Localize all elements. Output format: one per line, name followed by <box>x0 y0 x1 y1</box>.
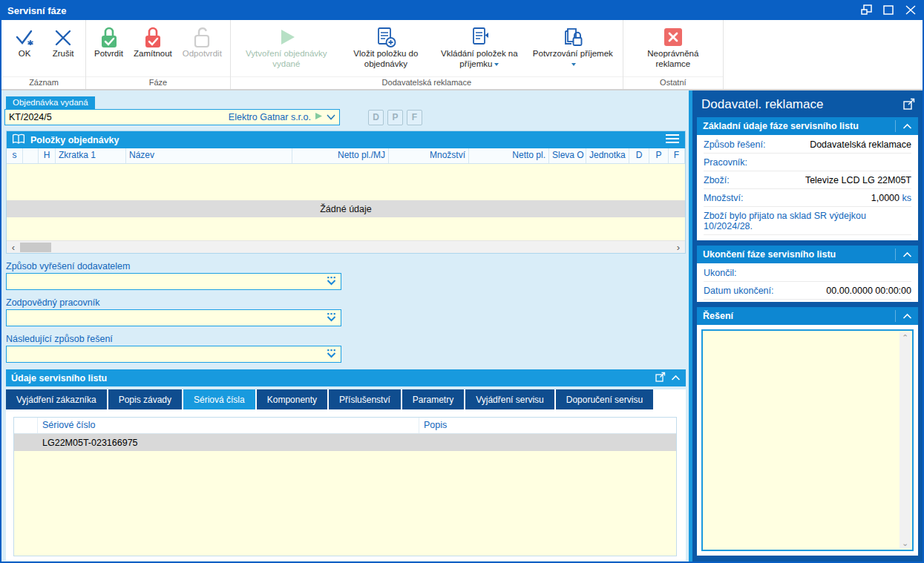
popout-icon[interactable] <box>903 98 915 112</box>
serial-table-header: Sériové číslo Popis <box>14 418 676 434</box>
combo-dropdown-icon[interactable] <box>326 349 337 360</box>
column-header[interactable]: P <box>649 148 669 163</box>
close-window-button[interactable] <box>905 6 917 16</box>
phase-finish-section-body: Ukončil: Datum ukončení: 00.00.0000 00:0… <box>697 263 918 302</box>
column-header[interactable]: Zkratka 1 <box>56 148 126 163</box>
create-issued-order-button[interactable]: Vytvoření objednávky vydané <box>234 24 339 70</box>
document-plus-icon <box>375 25 397 49</box>
flag-f-button[interactable]: F <box>407 110 422 125</box>
grid-menu-icon[interactable] <box>665 134 680 146</box>
row-value: Televize LCD LG 22M05T <box>805 175 911 185</box>
x-icon <box>53 25 73 49</box>
ok-button[interactable]: OK <box>5 24 44 61</box>
info-row: Způsob řešení: Dodavatelská reklamace <box>704 136 911 154</box>
tab-popis-zavady[interactable]: Popis závady <box>108 389 182 409</box>
vertical-scrollbar[interactable]: ⌃ ⌄ <box>900 332 911 548</box>
unconfirm-button[interactable]: Odpotvrdit <box>177 24 227 61</box>
scroll-left-icon[interactable]: ‹ <box>7 242 20 253</box>
column-header[interactable] <box>23 148 39 163</box>
tab-seriova-cisla[interactable]: Sériová čísla <box>183 389 255 409</box>
row-value: Dodavatelská reklamace <box>810 139 911 150</box>
scroll-down-icon[interactable]: ⌄ <box>902 539 908 547</box>
tab-prislusenstvi[interactable]: Příslušenství <box>329 389 401 409</box>
ribbon-group-zaznam: OK Zrušit Záznam <box>2 20 86 89</box>
tab-vyjadreni-servisu[interactable]: Vyjádření servisu <box>465 389 554 409</box>
ribbon-group-ostatni: Neoprávněná reklamce Ostatní <box>623 20 724 89</box>
order-number: KT/2024/5 <box>9 112 225 122</box>
scroll-up-icon[interactable]: ⌃ <box>902 334 908 341</box>
titlebar: Servisní fáze <box>1 1 923 20</box>
ribbon-group-label: Dodavatelská reklamace <box>231 76 623 89</box>
solution-section-header[interactable]: Řešení <box>697 307 918 325</box>
column-header[interactable]: Množství <box>389 148 469 163</box>
book-icon <box>12 134 25 147</box>
confirm-receipts-label: Potvrzování příjemek <box>531 49 615 69</box>
dropdown-caret-icon <box>494 63 499 66</box>
column-header[interactable]: Sleva O <box>549 148 586 163</box>
confirm-button[interactable]: Potvrdit <box>89 24 128 61</box>
serial-number-column-header[interactable]: Sériové číslo <box>38 418 419 433</box>
create-issued-order-label: Vytvoření objednávky vydané <box>239 49 334 69</box>
cancel-button[interactable]: Zrušit <box>44 24 82 61</box>
ribbon-group-faze: Potvrdit Zamítnout Odpotvrdit Fáze <box>86 20 231 89</box>
tab-doporuceni-servisu[interactable]: Doporučení servisu <box>556 389 653 409</box>
info-row: Zboží: Televize LCD LG 22M05T <box>704 171 911 189</box>
ribbon-group-label: Záznam <box>2 76 85 89</box>
description-column-header[interactable]: Popis <box>419 418 676 433</box>
goto-supplier-icon[interactable] <box>315 112 323 122</box>
row-label: Zboží: <box>704 175 730 185</box>
supplier-resolution-combo[interactable] <box>6 273 341 290</box>
insert-item-to-order-button[interactable]: Vložit položku do objednávky <box>339 24 433 70</box>
row-label: Datum ukončení: <box>704 286 774 296</box>
column-header[interactable]: s <box>7 148 23 163</box>
next-resolution-combo[interactable] <box>6 346 341 363</box>
lock-open-icon <box>191 25 212 49</box>
column-header[interactable]: Jednotka <box>586 148 629 163</box>
column-header[interactable]: Název <box>126 148 292 163</box>
stock-receipt-note: Zboží bylo přijato na sklad SR výdejkou … <box>704 207 911 235</box>
tab-vyjadreni-zakaznika[interactable]: Vyjádření zákazníka <box>6 389 107 409</box>
issued-order-tab: Objednávka vydaná <box>6 96 95 109</box>
phase-finish-section: Ukončení fáze servisního listu Ukončil: … <box>697 246 918 302</box>
collapse-chevron-icon[interactable] <box>671 373 681 383</box>
unauthorized-claim-button[interactable]: Neoprávněná reklamce <box>626 24 720 70</box>
solution-textarea[interactable]: ⌃ ⌄ <box>701 329 914 551</box>
scrollbar-thumb[interactable] <box>20 243 51 252</box>
combo-dropdown-icon[interactable] <box>326 276 337 288</box>
column-header[interactable]: H <box>39 148 56 163</box>
column-header[interactable]: Netto pl./MJ <box>292 148 389 163</box>
close-icon <box>905 5 916 17</box>
lock-check-green-icon <box>99 25 119 49</box>
reject-button[interactable]: Zamítnout <box>128 24 177 61</box>
collapse-chevron-icon[interactable] <box>895 310 912 322</box>
basic-phase-section-header[interactable]: Základní údaje fáze servisního listu <box>697 117 918 135</box>
maximize-window-button[interactable] <box>882 6 894 16</box>
column-header[interactable]: F <box>669 148 685 163</box>
column-header[interactable]: Netto pl. <box>469 148 549 163</box>
insert-items-to-receipt-button[interactable]: Vkládání položek na příjemku <box>433 24 526 70</box>
order-combo-chevron-icon[interactable] <box>327 112 335 122</box>
restore-window-button[interactable] <box>860 6 872 16</box>
order-supplier: Elektro Gatnar s.r.o. <box>229 112 311 122</box>
tab-parametry[interactable]: Parametry <box>402 389 464 409</box>
flag-p-button[interactable]: P <box>387 110 403 125</box>
combo-dropdown-icon[interactable] <box>326 312 337 324</box>
order-flag-buttons: D P F <box>368 110 422 125</box>
popout-icon[interactable] <box>655 372 666 384</box>
confirm-receipts-button[interactable]: Potvrzování příjemek <box>526 24 620 70</box>
row-label: Množství: <box>704 193 744 203</box>
issued-order-combo[interactable]: KT/2024/5 Elektro Gatnar s.r.o. <box>4 109 340 125</box>
scroll-right-icon[interactable]: › <box>672 242 685 253</box>
service-sheet-tabs: Vyjádření zákazníka Popis závady Sériová… <box>6 389 686 409</box>
check-asterisk-icon <box>13 25 36 49</box>
collapse-chevron-icon[interactable] <box>895 248 912 260</box>
serial-table-row[interactable]: LG22M05T-023166975 <box>14 434 676 451</box>
tab-komponenty[interactable]: Komponenty <box>257 389 327 409</box>
responsible-worker-combo[interactable] <box>6 309 341 326</box>
horizontal-scrollbar[interactable]: ‹ › <box>7 240 685 253</box>
phase-finish-section-header[interactable]: Ukončení fáze servisního listu <box>697 246 918 263</box>
column-header[interactable]: D <box>629 148 649 163</box>
collapse-chevron-icon[interactable] <box>895 120 912 132</box>
flag-d-button[interactable]: D <box>368 110 384 125</box>
reject-button-label: Zamítnout <box>134 49 172 59</box>
